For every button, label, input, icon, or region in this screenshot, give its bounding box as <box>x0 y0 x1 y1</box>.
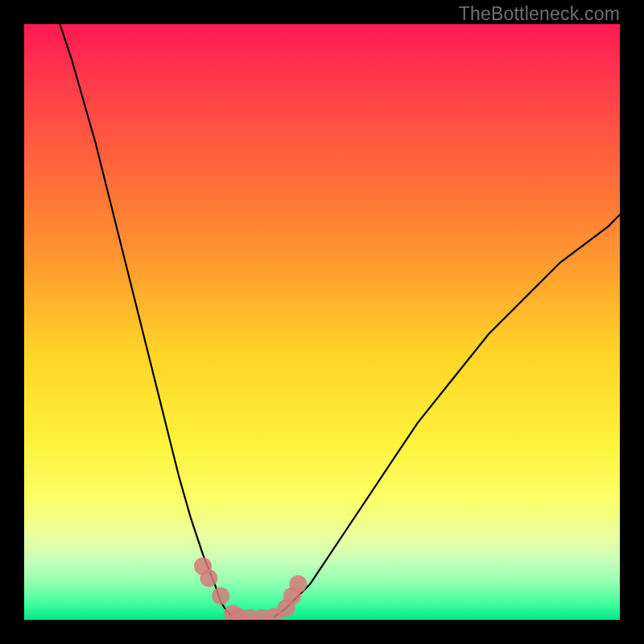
gradient-background <box>24 24 620 620</box>
plot-area <box>24 24 620 620</box>
chart-frame: TheBottleneck.com <box>0 0 644 644</box>
chart-svg <box>24 24 620 620</box>
marker-point <box>200 569 217 587</box>
marker-point <box>289 576 307 593</box>
watermark-text: TheBottleneck.com <box>459 3 620 25</box>
marker-point <box>212 587 229 605</box>
